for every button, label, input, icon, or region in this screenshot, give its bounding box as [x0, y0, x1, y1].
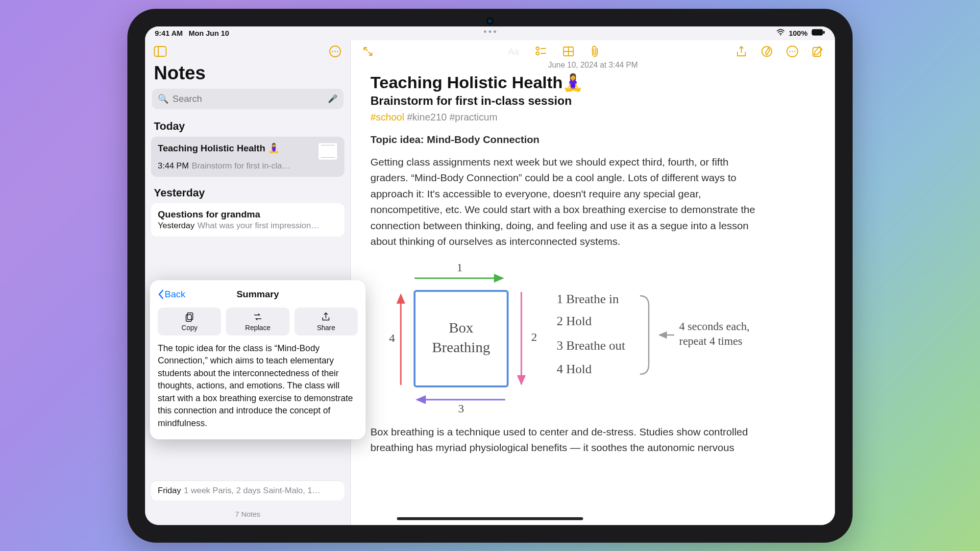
box-breathing-sketch: Box Breathing 1 2 3 4 1 Breathe in 2 Hol: [375, 257, 815, 415]
more-icon[interactable]: [329, 45, 342, 58]
expand-icon[interactable]: [362, 45, 374, 58]
topic-heading: Topic idea: Mind-Body Connection: [370, 134, 815, 145]
summary-text: The topic idea for the class is “Mind-Bo…: [158, 342, 358, 430]
svg-text:4  Hold: 4 Hold: [557, 362, 592, 376]
note-paragraph-2: Box breathing is a technique used to cen…: [370, 424, 772, 456]
battery-percent: 100%: [789, 29, 808, 37]
svg-point-22: [792, 50, 793, 52]
svg-text:Box: Box: [449, 319, 473, 335]
note-body[interactable]: Teaching Holistic Health🧘‍♀️ Brainstorm …: [351, 72, 835, 525]
copy-button[interactable]: Copy: [158, 308, 221, 335]
svg-point-8: [337, 50, 339, 52]
share-note-icon[interactable]: [735, 45, 748, 58]
table-icon[interactable]: [562, 45, 575, 58]
svg-point-21: [789, 50, 791, 52]
search-icon: 🔍: [158, 94, 169, 104]
svg-text:1  Breathe in: 1 Breathe in: [557, 292, 619, 306]
svg-text:2: 2: [531, 331, 537, 343]
search-input[interactable]: [172, 94, 324, 104]
svg-text:3  Breathe out: 3 Breathe out: [557, 338, 626, 353]
svg-text:2  Hold: 2 Hold: [557, 314, 592, 328]
svg-text:Breathing: Breathing: [432, 339, 490, 355]
svg-rect-1: [812, 29, 823, 35]
note-editor: Aa June 10, 2024 at 3:44 PM Teaching Hol: [351, 40, 835, 525]
svg-point-6: [332, 50, 334, 52]
svg-rect-2: [823, 31, 825, 34]
svg-rect-3: [154, 47, 166, 56]
note-date: June 10, 2024 at 3:44 PM: [351, 60, 835, 72]
status-time: 9:41 AM: [155, 29, 183, 37]
search-field[interactable]: 🔍 🎤: [152, 89, 343, 109]
back-button[interactable]: Back: [158, 289, 185, 300]
replace-button[interactable]: Replace: [226, 308, 289, 335]
svg-text:repeat 4 times: repeat 4 times: [679, 335, 742, 347]
checklist-icon[interactable]: [535, 45, 547, 58]
summary-popover: Back Summary Copy Replace Share The topi…: [150, 280, 366, 440]
note-title: Teaching Holistic Health🧘‍♀️: [370, 72, 815, 92]
note-title: Questions for grandma: [158, 209, 338, 220]
note-thumbnail: [318, 143, 338, 160]
note-more-icon[interactable]: [786, 45, 799, 58]
svg-rect-10: [186, 314, 191, 321]
status-date: Mon Jun 10: [189, 29, 229, 37]
popover-title: Summary: [237, 289, 279, 300]
svg-point-0: [780, 34, 781, 35]
note-tags: #school #kine210 #practicum: [370, 112, 815, 123]
svg-point-12: [536, 47, 539, 50]
home-indicator[interactable]: [397, 517, 583, 520]
section-today: Today: [145, 115, 350, 137]
share-button[interactable]: Share: [294, 308, 358, 335]
multitask-dots[interactable]: [484, 30, 496, 33]
note-paragraph-1: Getting class assignments next week but …: [370, 154, 767, 250]
battery-icon: [811, 29, 825, 37]
svg-text:4 seconds each,: 4 seconds each,: [679, 320, 750, 333]
section-yesterday: Yesterday: [145, 182, 350, 203]
note-subtitle: Brainstorm for first in-class session: [370, 94, 815, 108]
svg-text:1: 1: [457, 261, 463, 274]
sidebar-title: Notes: [145, 60, 350, 89]
svg-point-23: [794, 50, 796, 52]
wifi-icon: [776, 29, 785, 37]
dictation-icon[interactable]: 🎤: [328, 94, 338, 103]
markup-icon[interactable]: [760, 45, 773, 58]
compose-icon[interactable]: [811, 45, 824, 58]
attachment-icon[interactable]: [589, 45, 602, 58]
note-item-grandma[interactable]: Questions for grandma YesterdayWhat was …: [151, 203, 344, 237]
svg-text:3: 3: [458, 402, 464, 413]
sidebar-toggle-icon[interactable]: [154, 45, 167, 58]
status-bar: 9:41 AM Mon Jun 10 100%: [145, 26, 835, 40]
svg-point-7: [335, 50, 336, 52]
svg-point-14: [536, 52, 539, 55]
svg-text:4: 4: [389, 332, 395, 344]
note-item-teaching[interactable]: Teaching Holistic Health 🧘‍♀️ 3:44 PMBra…: [151, 137, 344, 177]
text-format-icon[interactable]: Aa: [507, 45, 520, 58]
svg-text:Aa: Aa: [508, 47, 519, 57]
note-title: Teaching Holistic Health 🧘‍♀️: [158, 143, 314, 154]
svg-rect-9: [187, 312, 193, 319]
note-item-peek[interactable]: Friday1 week Paris, 2 days Saint-Malo, 1…: [151, 481, 344, 501]
sidebar-footer: 7 Notes: [145, 503, 350, 525]
